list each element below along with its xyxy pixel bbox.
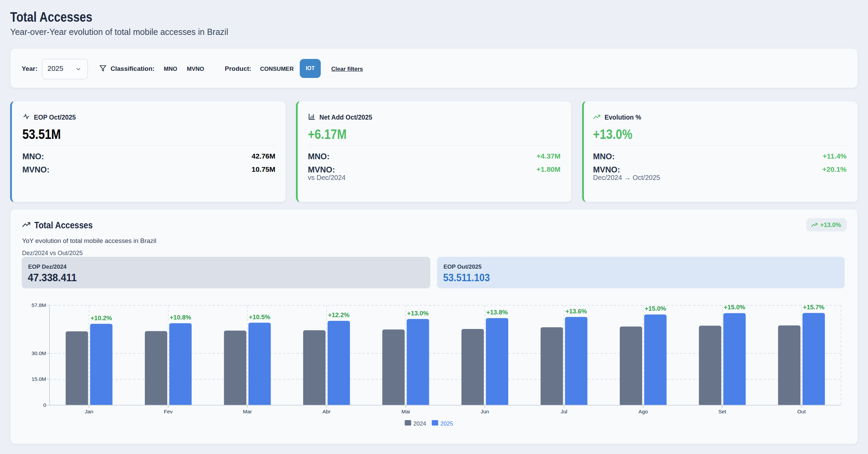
svg-text:Jan: Jan [85,409,93,414]
svg-text:+13.8%: +13.8% [486,309,508,316]
svg-text:Mai: Mai [401,409,410,414]
svg-text:30.0M: 30.0M [32,350,46,356]
svg-text:+15.0%: +15.0% [645,305,666,312]
svg-text:Set: Set [718,409,727,414]
svg-text:Fev: Fev [164,409,173,414]
svg-text:+13.6%: +13.6% [566,308,587,315]
svg-text:15.0M: 15.0M [32,376,46,382]
svg-text:+12.2%: +12.2% [328,311,349,318]
svg-text:2025: 2025 [440,420,453,427]
svg-text:0: 0 [43,402,46,408]
svg-text:Mar: Mar [243,409,252,414]
svg-text:57.8M: 57.8M [32,302,46,308]
svg-text:+10.5%: +10.5% [249,313,270,321]
svg-text:2024: 2024 [413,420,426,427]
svg-text:Abr: Abr [322,409,331,414]
svg-text:Out: Out [797,409,806,414]
svg-text:+13.0%: +13.0% [407,310,429,317]
svg-text:Jun: Jun [481,409,489,414]
svg-text:+10.2%: +10.2% [91,314,112,322]
svg-text:Ago: Ago [638,409,648,414]
svg-text:Jul: Jul [560,409,567,414]
svg-text:+10.8%: +10.8% [170,314,191,321]
svg-text:+15.0%: +15.0% [724,304,745,311]
svg-text:+15.7%: +15.7% [803,304,824,311]
